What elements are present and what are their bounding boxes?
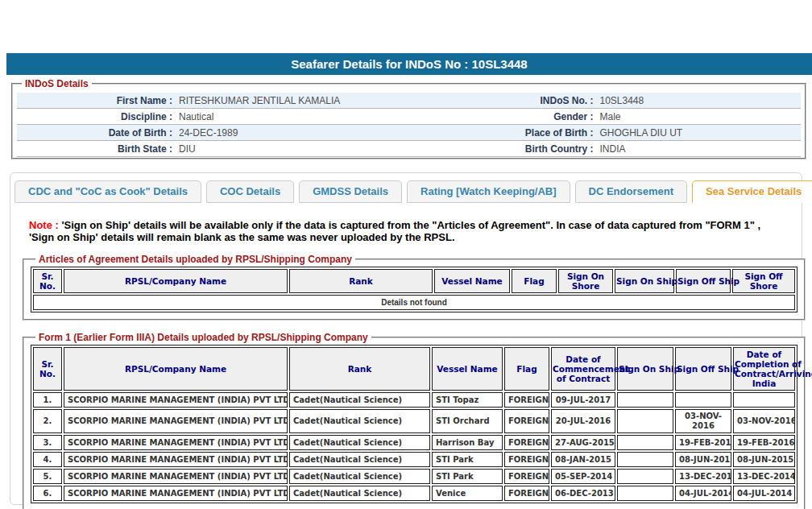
cell-sr-no: 1. [33,392,62,408]
indos-detail-row: Date of Birth : 24-DEC-1989 Place of Bir… [17,125,801,141]
cell-rank: Cadet(Nautical Science) [289,409,430,433]
sea-service-row: 2. SCORPIO MARINE MANAGEMENT (INDIA) PVT… [33,409,795,433]
form1-body: 1. SCORPIO MARINE MANAGEMENT (INDIA) PVT… [33,392,795,501]
field-label: First Name : [17,95,176,106]
cell-vessel: STI Topaz [432,392,503,408]
cell-commencement: 05-SEP-2014 [551,469,615,484]
cell-company: SCORPIO MARINE MANAGEMENT (INDIA) PVT LT… [64,486,288,501]
tab-sea-service-details[interactable]: Sea Service Details [692,180,812,203]
indos-detail-row: Discipline : Nautical Gender : Male [17,109,801,125]
field-value: RITESHKUMAR JENTILAL KAMALIA [176,95,380,106]
cell-completion: 13-DEC-2014 [733,469,795,484]
indos-detail-row: Birth State : DIU Birth Country : INDIA [17,141,801,157]
column-header: Sign On Ship [615,269,674,293]
tab-bar: CDC and "CoC as Cook" Details COC Detail… [14,180,802,203]
field-value: 10SL3448 [598,95,802,106]
column-header: Date of Commencement of Contract [551,347,615,391]
tab-cdc-and-coc-as-cook-details[interactable]: CDC and "CoC as Cook" Details [14,180,201,203]
indos-details-legend: INDoS Details [22,78,92,89]
cell-sign-on-ship [617,486,673,501]
form1-section: Form 1 (Earlier Form IIIA) Details uploa… [23,332,806,509]
column-header: Rank [289,269,433,293]
field-value: INDIA [598,143,802,155]
field-label: Date of Birth : [17,127,176,139]
sea-service-row: 4. SCORPIO MARINE MANAGEMENT (INDIA) PVT… [33,452,795,467]
tab-rating-watch-keeping-ab[interactable]: Rating [Watch Keeping/AB] [407,180,570,203]
cell-commencement: 20-JUL-2016 [551,409,615,433]
cell-sign-off-ship: 08-JUN-2015 [675,452,731,467]
tab-gmdss-details[interactable]: GMDSS Details [299,180,402,203]
cell-commencement: 08-JAN-2015 [551,452,615,467]
articles-header-row: Sr. No.RPSL/Company NameRankVessel NameF… [33,269,795,293]
cell-flag: FOREIGN [504,392,549,408]
sea-service-row: 6. SCORPIO MARINE MANAGEMENT (INDIA) PVT… [33,486,795,501]
column-header: Sr. No. [33,269,62,293]
cell-flag: FOREIGN [504,469,549,484]
cell-flag: FOREIGN [504,409,549,433]
form1-header-row: Sr. No.RPSL/Company NameRankVessel NameF… [33,347,795,391]
column-header: Sign Off Ship [676,269,731,293]
cell-commencement: 27-AUG-2015 [551,435,615,450]
cell-completion: 08-JUN-2015 [733,452,795,467]
field-label: INDoS No. : [380,95,598,106]
cell-completion: 19-FEB-2016 [733,435,795,450]
articles-table: Sr. No.RPSL/Company NameRankVessel NameF… [31,267,798,312]
form1-legend: Form 1 (Earlier Form IIIA) Details uploa… [35,332,371,343]
column-header: Flag [504,347,549,391]
empty-row: Details not found [33,295,795,310]
page-title: Seafarer Details for INDoS No : 10SL3448 [6,53,812,75]
column-header: Flag [512,269,557,293]
cell-company: SCORPIO MARINE MANAGEMENT (INDIA) PVT LT… [64,452,288,467]
cell-commencement: 09-JUL-2017 [551,392,615,408]
column-header: Sr. No. [33,347,62,391]
cell-sign-off-ship [675,392,731,408]
column-header: Vessel Name [432,347,503,391]
tab-dc-endorsement[interactable]: DC Endorsement [575,180,687,203]
cell-vessel: STI Park [432,469,503,484]
cell-sign-on-ship [617,409,673,433]
cell-flag: FOREIGN [504,435,549,450]
cell-sr-no: 5. [33,469,62,484]
cell-vessel: STI Park [432,452,503,467]
cell-sign-off-ship: 04-JUL-2014 [675,486,731,501]
field-value: 24-DEC-1989 [176,127,380,139]
column-header: Sign Off Ship [675,347,731,391]
sea-service-tab-panel: CDC and "CoC as Cook" Details COC Detail… [10,172,802,505]
cell-sr-no: 3. [33,435,62,450]
cell-sign-on-ship [617,435,673,450]
cell-sign-on-ship [617,452,673,467]
column-header: Sign On Ship [617,347,673,391]
field-value: Male [598,111,802,122]
articles-legend: Articles of Agreement Details uploaded b… [35,254,355,265]
field-label: Birth Country : [380,143,598,155]
column-header: Date of Completion of Contract/Arriving … [733,347,795,391]
column-header: Vessel Name [434,269,510,293]
cell-vessel: STI Orchard [432,409,503,433]
field-label: Gender : [380,111,598,122]
cell-completion: 03-NOV-2016 [733,409,795,433]
cell-commencement: 06-DEC-2013 [551,486,615,501]
cell-rank: Cadet(Nautical Science) [289,486,430,501]
cell-sign-off-ship: 13-DEC-2014 [675,469,731,484]
field-value: DIU [176,143,380,155]
cell-company: SCORPIO MARINE MANAGEMENT (INDIA) PVT LT… [64,469,288,484]
cell-completion [733,392,795,408]
cell-company: SCORPIO MARINE MANAGEMENT (INDIA) PVT LT… [64,409,288,433]
note-label: Note : [29,219,59,231]
column-header: Sign On Shore [558,269,613,293]
indos-details-section: INDoS Details First Name : RITESHKUMAR J… [11,78,806,159]
column-header: Sign Off Shore [732,269,795,293]
tab-coc-details[interactable]: COC Details [206,180,294,203]
sea-service-row: 5. SCORPIO MARINE MANAGEMENT (INDIA) PVT… [33,469,795,484]
cell-rank: Cadet(Nautical Science) [289,452,430,467]
note: Note : 'Sign on Ship' details will be av… [29,219,785,243]
cell-company: SCORPIO MARINE MANAGEMENT (INDIA) PVT LT… [64,435,288,450]
cell-sign-off-ship: 19-FEB-2016 [675,435,731,450]
form1-table: Sr. No.RPSL/Company NameRankVessel NameF… [31,345,798,503]
cell-sr-no: 6. [33,486,62,501]
sea-service-row: 3. SCORPIO MARINE MANAGEMENT (INDIA) PVT… [33,435,795,450]
cell-sr-no: 2. [33,409,62,433]
cell-sr-no: 4. [33,452,62,467]
field-value: Nautical [176,111,380,122]
cell-flag: FOREIGN [504,486,549,501]
